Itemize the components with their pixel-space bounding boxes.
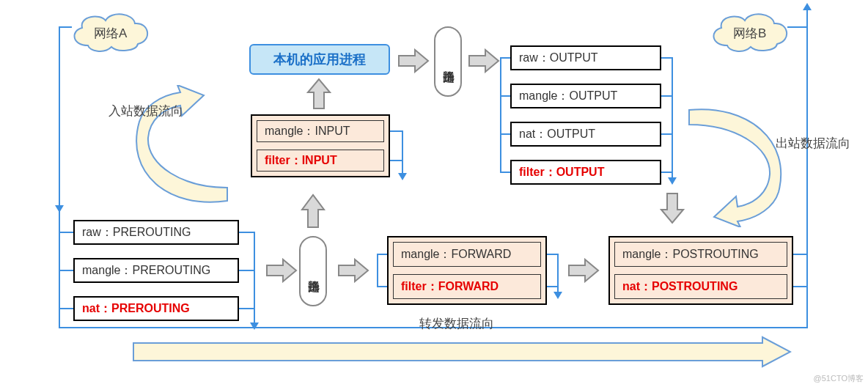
rule-text: mangle：PREROUTING (82, 263, 210, 279)
frame-left-arrow (55, 205, 64, 213)
frame-top-right-h (787, 26, 806, 28)
box-filter-input: filter：INPUT (257, 150, 384, 172)
conn-out-2r (661, 95, 672, 97)
conn-out-3r (661, 133, 672, 135)
frame-top-left-h (59, 26, 72, 28)
conn-post-2r (793, 286, 806, 287)
app-process-box: 本机的应用进程 (249, 44, 390, 75)
conn-out-1l (500, 57, 510, 59)
rule-text: mangle：INPUT (265, 124, 350, 139)
frame-right-v (806, 9, 808, 328)
rule-text: raw：PREROUTING (82, 225, 191, 240)
box-filter-forward: filter：FORWARD (393, 274, 541, 299)
frame-left-v (59, 26, 60, 327)
route-decision-1: 路由选择 (299, 236, 327, 306)
conn-out-4l (500, 172, 510, 173)
cloud-network-b (705, 9, 793, 54)
label-forward: 转发数据流向 (419, 315, 494, 332)
conn-pre-vr (254, 232, 255, 327)
box-nat-output: nat：OUTPUT (510, 122, 661, 147)
box-mangle-prerouting: mangle：PREROUTING (73, 258, 239, 283)
big-arrow-forward (132, 336, 792, 368)
conn-fwd-1r (547, 254, 557, 255)
conn-out-2l (500, 95, 510, 97)
app-label: 本机的应用进程 (273, 51, 366, 68)
box-filter-output: filter：OUTPUT (510, 160, 661, 185)
frame-right-arrow (803, 3, 812, 10)
arrow-route-to-forward (337, 258, 369, 283)
rule-text: filter：OUTPUT (519, 165, 604, 180)
route-decision-2: 路由选择 (434, 26, 462, 97)
arrow-app-to-route (397, 48, 430, 73)
label-inbound: 入站数据流向 (108, 103, 183, 119)
box-nat-prerouting: nat：PREROUTING (73, 296, 239, 321)
conn-pre-vr-arrow (250, 322, 259, 330)
label-outbound: 出站数据流向 (776, 135, 850, 152)
arrow-input-to-app (306, 78, 331, 110)
box-mangle-forward: mangle：FORWARD (393, 242, 541, 267)
rule-text: mangle：FORWARD (401, 247, 511, 262)
box-mangle-postrouting: mangle：POSTROUTING (614, 242, 787, 267)
conn-post-1r (793, 254, 806, 255)
rule-text: nat：PREROUTING (82, 301, 190, 317)
conn-pre-1l (59, 232, 73, 233)
conn-out-vr-arrow (668, 177, 677, 185)
conn-pre-2l (59, 270, 73, 271)
arrow-route-to-input (301, 194, 326, 229)
conn-pre-3l (59, 308, 73, 309)
rule-text: mangle：OUTPUT (519, 89, 617, 104)
box-nat-postrouting: nat：POSTROUTING (614, 274, 787, 299)
box-mangle-input: mangle：INPUT (257, 120, 384, 142)
cloud-network-a (66, 9, 154, 54)
conn-fwd-2l (377, 286, 387, 287)
conn-fwd-2r (547, 286, 557, 287)
conn-fwd-vl (377, 254, 378, 287)
watermark: @51CTO博客 (814, 373, 864, 384)
conn-out-vr (672, 57, 673, 182)
conn-pre-1r (239, 232, 254, 233)
conn-pre-2r (239, 270, 254, 271)
rule-text: filter：FORWARD (401, 279, 499, 295)
conn-fwd-1l (377, 254, 387, 255)
rule-text: raw：OUTPUT (519, 51, 598, 66)
rule-text: nat：OUTPUT (519, 127, 595, 142)
conn-out-vl (500, 57, 501, 173)
box-raw-output: raw：OUTPUT (510, 45, 661, 70)
arrow-forward-to-postrouting (567, 258, 600, 283)
curved-arrow-outbound (677, 104, 801, 227)
conn-input-vr (402, 130, 403, 177)
arrow-prerouting-to-route (265, 258, 298, 283)
conn-fwd-vr (557, 254, 559, 296)
conn-out-4r (661, 172, 672, 173)
conn-pre-3r (239, 308, 254, 309)
rule-text: filter：INPUT (265, 153, 337, 169)
conn-fwd-vr-arrow (553, 292, 562, 299)
box-raw-prerouting: raw：PREROUTING (73, 220, 239, 245)
conn-out-3l (500, 133, 510, 135)
arrow-route-to-output (468, 48, 500, 73)
rule-text: nat：POSTROUTING (622, 279, 738, 295)
box-mangle-output: mangle：OUTPUT (510, 84, 661, 108)
conn-input-1r (390, 130, 402, 132)
conn-out-1r (661, 57, 672, 59)
conn-input-vr-arrow (398, 173, 407, 180)
conn-input-2r (390, 160, 402, 161)
rule-text: mangle：POSTROUTING (622, 247, 759, 262)
